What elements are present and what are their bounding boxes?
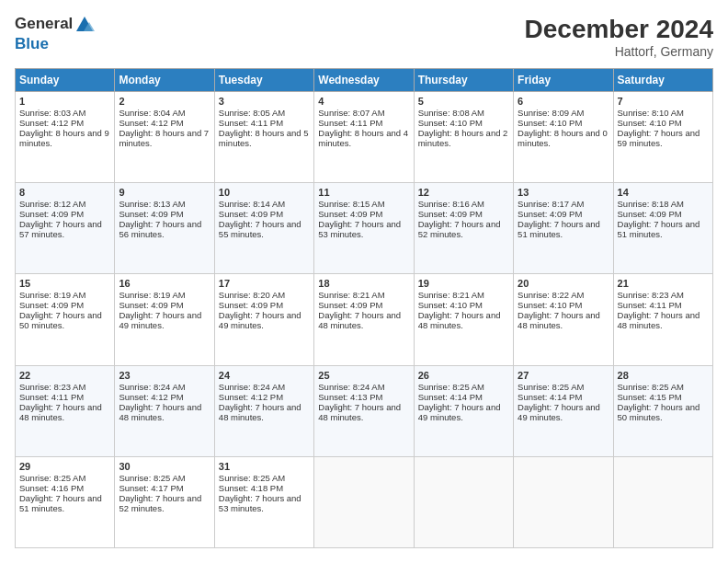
day-number: 11 bbox=[318, 187, 409, 198]
calendar-cell: 9Sunrise: 8:13 AMSunset: 4:09 PMDaylight… bbox=[115, 183, 214, 274]
sunrise: Sunrise: 8:24 AM bbox=[318, 382, 384, 392]
sunrise: Sunrise: 8:18 AM bbox=[618, 199, 684, 209]
daylight: Daylight: 7 hours and 49 minutes. bbox=[518, 402, 600, 422]
calendar-cell: 20Sunrise: 8:22 AMSunset: 4:10 PMDayligh… bbox=[514, 274, 613, 365]
col-header-saturday: Saturday bbox=[613, 69, 712, 92]
col-header-friday: Friday bbox=[514, 69, 613, 92]
sunset: Sunset: 4:09 PM bbox=[119, 209, 183, 219]
daylight: Daylight: 7 hours and 53 minutes. bbox=[318, 219, 401, 239]
sunrise: Sunrise: 8:21 AM bbox=[418, 290, 484, 300]
daylight: Daylight: 7 hours and 48 minutes. bbox=[618, 310, 700, 330]
calendar-cell: 17Sunrise: 8:20 AMSunset: 4:09 PMDayligh… bbox=[214, 274, 313, 365]
daylight: Daylight: 7 hours and 51 minutes. bbox=[618, 219, 700, 239]
calendar-cell: 3Sunrise: 8:05 AMSunset: 4:11 PMDaylight… bbox=[214, 92, 313, 183]
sunrise: Sunrise: 8:20 AM bbox=[219, 290, 285, 300]
sunset: Sunset: 4:10 PM bbox=[618, 118, 682, 128]
sunrise: Sunrise: 8:25 AM bbox=[19, 473, 85, 483]
days-header-row: SundayMondayTuesdayWednesdayThursdayFrid… bbox=[16, 69, 713, 92]
week-row-5: 29Sunrise: 8:25 AMSunset: 4:16 PMDayligh… bbox=[16, 456, 713, 547]
calendar-cell: 14Sunrise: 8:18 AMSunset: 4:09 PMDayligh… bbox=[613, 183, 712, 274]
calendar-cell: 1Sunrise: 8:03 AMSunset: 4:12 PMDaylight… bbox=[16, 92, 115, 183]
daylight: Daylight: 7 hours and 48 minutes. bbox=[119, 402, 201, 422]
daylight: Daylight: 8 hours and 4 minutes. bbox=[318, 128, 408, 148]
logo-icon bbox=[74, 15, 95, 35]
sunset: Sunset: 4:09 PM bbox=[618, 209, 682, 219]
sunset: Sunset: 4:11 PM bbox=[318, 118, 382, 128]
day-number: 31 bbox=[219, 461, 310, 472]
day-number: 16 bbox=[119, 278, 210, 289]
col-header-wednesday: Wednesday bbox=[314, 69, 414, 92]
col-header-sunday: Sunday bbox=[16, 69, 115, 92]
sunset: Sunset: 4:10 PM bbox=[518, 300, 582, 310]
calendar-cell: 23Sunrise: 8:24 AMSunset: 4:12 PMDayligh… bbox=[115, 365, 214, 456]
sunset: Sunset: 4:16 PM bbox=[19, 483, 84, 493]
daylight: Daylight: 7 hours and 51 minutes. bbox=[19, 493, 102, 513]
col-header-thursday: Thursday bbox=[414, 69, 513, 92]
sunrise: Sunrise: 8:07 AM bbox=[318, 108, 384, 118]
sunset: Sunset: 4:11 PM bbox=[219, 118, 283, 128]
sunrise: Sunrise: 8:08 AM bbox=[418, 108, 484, 118]
day-number: 4 bbox=[318, 96, 409, 107]
sunset: Sunset: 4:09 PM bbox=[219, 300, 283, 310]
sunrise: Sunrise: 8:16 AM bbox=[418, 199, 484, 209]
week-row-1: 1Sunrise: 8:03 AMSunset: 4:12 PMDaylight… bbox=[16, 92, 713, 183]
sunset: Sunset: 4:09 PM bbox=[518, 209, 582, 219]
calendar-cell bbox=[514, 456, 613, 547]
day-number: 1 bbox=[19, 96, 110, 107]
day-number: 3 bbox=[219, 96, 310, 107]
day-number: 19 bbox=[418, 278, 509, 289]
sunrise: Sunrise: 8:19 AM bbox=[119, 290, 185, 300]
daylight: Daylight: 7 hours and 48 minutes. bbox=[318, 310, 401, 330]
sunrise: Sunrise: 8:12 AM bbox=[19, 199, 85, 209]
calendar-cell: 2Sunrise: 8:04 AMSunset: 4:12 PMDaylight… bbox=[115, 92, 214, 183]
logo-blue: Blue bbox=[15, 35, 95, 53]
daylight: Daylight: 7 hours and 48 minutes. bbox=[19, 402, 102, 422]
sunset: Sunset: 4:14 PM bbox=[518, 392, 582, 402]
day-number: 20 bbox=[518, 278, 609, 289]
sunset: Sunset: 4:15 PM bbox=[618, 392, 682, 402]
calendar-cell: 28Sunrise: 8:25 AMSunset: 4:15 PMDayligh… bbox=[613, 365, 712, 456]
calendar-cell: 24Sunrise: 8:24 AMSunset: 4:12 PMDayligh… bbox=[214, 365, 313, 456]
week-row-2: 8Sunrise: 8:12 AMSunset: 4:09 PMDaylight… bbox=[16, 183, 713, 274]
sunrise: Sunrise: 8:23 AM bbox=[19, 382, 85, 392]
day-number: 21 bbox=[618, 278, 709, 289]
day-number: 13 bbox=[518, 187, 609, 198]
daylight: Daylight: 7 hours and 55 minutes. bbox=[219, 219, 301, 239]
sunset: Sunset: 4:13 PM bbox=[318, 392, 382, 402]
day-number: 26 bbox=[418, 370, 509, 381]
calendar-cell: 19Sunrise: 8:21 AMSunset: 4:10 PMDayligh… bbox=[414, 274, 513, 365]
day-number: 8 bbox=[19, 187, 110, 198]
daylight: Daylight: 8 hours and 5 minutes. bbox=[219, 128, 309, 148]
sunrise: Sunrise: 8:25 AM bbox=[418, 382, 484, 392]
sunset: Sunset: 4:14 PM bbox=[418, 392, 483, 402]
calendar-cell: 4Sunrise: 8:07 AMSunset: 4:11 PMDaylight… bbox=[314, 92, 414, 183]
calendar-cell: 21Sunrise: 8:23 AMSunset: 4:11 PMDayligh… bbox=[613, 274, 712, 365]
sunrise: Sunrise: 8:22 AM bbox=[518, 290, 584, 300]
day-number: 2 bbox=[119, 96, 210, 107]
daylight: Daylight: 7 hours and 48 minutes. bbox=[518, 310, 600, 330]
sunset: Sunset: 4:12 PM bbox=[119, 118, 183, 128]
sunset: Sunset: 4:09 PM bbox=[418, 209, 483, 219]
daylight: Daylight: 8 hours and 0 minutes. bbox=[518, 128, 608, 148]
sunrise: Sunrise: 8:10 AM bbox=[618, 108, 684, 118]
calendar-cell: 30Sunrise: 8:25 AMSunset: 4:17 PMDayligh… bbox=[115, 456, 214, 547]
daylight: Daylight: 7 hours and 49 minutes. bbox=[418, 402, 501, 422]
sunrise: Sunrise: 8:21 AM bbox=[318, 290, 384, 300]
daylight: Daylight: 8 hours and 2 minutes. bbox=[418, 128, 508, 148]
daylight: Daylight: 7 hours and 59 minutes. bbox=[618, 128, 700, 148]
title-block: December 2024 Hattorf, Germany bbox=[525, 15, 713, 59]
sunrise: Sunrise: 8:25 AM bbox=[518, 382, 584, 392]
sunrise: Sunrise: 8:03 AM bbox=[19, 108, 85, 118]
day-number: 23 bbox=[119, 370, 210, 381]
col-header-monday: Monday bbox=[115, 69, 214, 92]
header: General Blue December 2024 Hattorf, Germ… bbox=[15, 15, 713, 59]
calendar-cell: 15Sunrise: 8:19 AMSunset: 4:09 PMDayligh… bbox=[16, 274, 115, 365]
daylight: Daylight: 7 hours and 49 minutes. bbox=[119, 310, 201, 330]
day-number: 29 bbox=[19, 461, 110, 472]
sunrise: Sunrise: 8:19 AM bbox=[19, 290, 85, 300]
sunset: Sunset: 4:12 PM bbox=[219, 392, 283, 402]
daylight: Daylight: 7 hours and 49 minutes. bbox=[219, 310, 301, 330]
day-number: 12 bbox=[418, 187, 509, 198]
daylight: Daylight: 7 hours and 50 minutes. bbox=[19, 310, 102, 330]
sunset: Sunset: 4:10 PM bbox=[518, 118, 582, 128]
